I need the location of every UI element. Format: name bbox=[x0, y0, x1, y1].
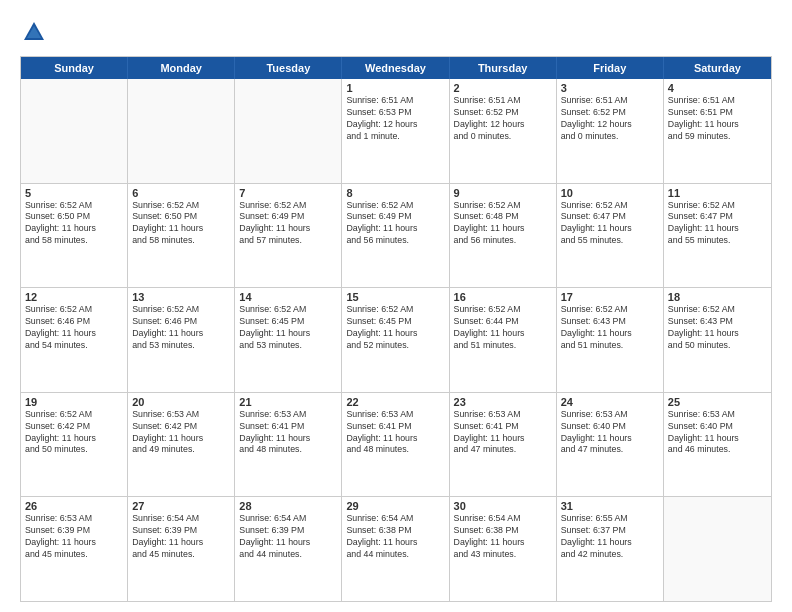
calendar-cell: 10Sunrise: 6:52 AMSunset: 6:47 PMDayligh… bbox=[557, 184, 664, 288]
cell-info-line: and 0 minutes. bbox=[561, 131, 659, 143]
cell-info-line: Daylight: 11 hours bbox=[239, 223, 337, 235]
cell-info-line: and 58 minutes. bbox=[25, 235, 123, 247]
cell-info-line: and 44 minutes. bbox=[239, 549, 337, 561]
cell-info-line: and 50 minutes. bbox=[25, 444, 123, 456]
cell-info-line: Daylight: 11 hours bbox=[561, 537, 659, 549]
weekday-header: Thursday bbox=[450, 57, 557, 79]
day-number: 19 bbox=[25, 396, 123, 408]
day-number: 18 bbox=[668, 291, 767, 303]
calendar-cell: 27Sunrise: 6:54 AMSunset: 6:39 PMDayligh… bbox=[128, 497, 235, 601]
cell-info-line: Daylight: 11 hours bbox=[132, 328, 230, 340]
cell-info-line: and 1 minute. bbox=[346, 131, 444, 143]
cell-info-line: Sunset: 6:38 PM bbox=[454, 525, 552, 537]
cell-info-line: Daylight: 11 hours bbox=[668, 223, 767, 235]
calendar-cell: 1Sunrise: 6:51 AMSunset: 6:53 PMDaylight… bbox=[342, 79, 449, 183]
calendar-cell: 30Sunrise: 6:54 AMSunset: 6:38 PMDayligh… bbox=[450, 497, 557, 601]
day-number: 2 bbox=[454, 82, 552, 94]
cell-info-line: and 46 minutes. bbox=[668, 444, 767, 456]
calendar-cell: 20Sunrise: 6:53 AMSunset: 6:42 PMDayligh… bbox=[128, 393, 235, 497]
cell-info-line: and 0 minutes. bbox=[454, 131, 552, 143]
cell-info-line: and 44 minutes. bbox=[346, 549, 444, 561]
day-number: 10 bbox=[561, 187, 659, 199]
cell-info-line: Sunset: 6:40 PM bbox=[668, 421, 767, 433]
day-number: 3 bbox=[561, 82, 659, 94]
weekday-header: Tuesday bbox=[235, 57, 342, 79]
cell-info-line: and 49 minutes. bbox=[132, 444, 230, 456]
cell-info-line: Sunrise: 6:54 AM bbox=[132, 513, 230, 525]
cell-info-line: and 53 minutes. bbox=[132, 340, 230, 352]
cell-info-line: Daylight: 11 hours bbox=[454, 537, 552, 549]
cell-info-line: and 42 minutes. bbox=[561, 549, 659, 561]
cell-info-line: Daylight: 11 hours bbox=[239, 433, 337, 445]
day-number: 22 bbox=[346, 396, 444, 408]
day-number: 5 bbox=[25, 187, 123, 199]
calendar-cell: 12Sunrise: 6:52 AMSunset: 6:46 PMDayligh… bbox=[21, 288, 128, 392]
cell-info-line: Daylight: 11 hours bbox=[668, 328, 767, 340]
cell-info-line: Sunset: 6:46 PM bbox=[132, 316, 230, 328]
cell-info-line: Daylight: 11 hours bbox=[454, 433, 552, 445]
day-number: 20 bbox=[132, 396, 230, 408]
calendar-cell: 29Sunrise: 6:54 AMSunset: 6:38 PMDayligh… bbox=[342, 497, 449, 601]
cell-info-line: Sunset: 6:41 PM bbox=[239, 421, 337, 433]
cell-info-line: Sunset: 6:41 PM bbox=[346, 421, 444, 433]
calendar-cell: 2Sunrise: 6:51 AMSunset: 6:52 PMDaylight… bbox=[450, 79, 557, 183]
calendar-cell: 3Sunrise: 6:51 AMSunset: 6:52 PMDaylight… bbox=[557, 79, 664, 183]
cell-info-line: Sunset: 6:41 PM bbox=[454, 421, 552, 433]
day-number: 7 bbox=[239, 187, 337, 199]
cell-info-line: Daylight: 11 hours bbox=[132, 223, 230, 235]
cell-info-line: Sunrise: 6:53 AM bbox=[25, 513, 123, 525]
cell-info-line: Sunset: 6:42 PM bbox=[25, 421, 123, 433]
calendar-cell: 28Sunrise: 6:54 AMSunset: 6:39 PMDayligh… bbox=[235, 497, 342, 601]
cell-info-line: and 55 minutes. bbox=[561, 235, 659, 247]
calendar-cell: 5Sunrise: 6:52 AMSunset: 6:50 PMDaylight… bbox=[21, 184, 128, 288]
cell-info-line: Sunset: 6:52 PM bbox=[561, 107, 659, 119]
cell-info-line: Sunset: 6:48 PM bbox=[454, 211, 552, 223]
day-number: 29 bbox=[346, 500, 444, 512]
calendar-cell: 23Sunrise: 6:53 AMSunset: 6:41 PMDayligh… bbox=[450, 393, 557, 497]
cell-info-line: Sunrise: 6:52 AM bbox=[346, 200, 444, 212]
cell-info-line: Sunset: 6:43 PM bbox=[668, 316, 767, 328]
day-number: 24 bbox=[561, 396, 659, 408]
cell-info-line: Sunrise: 6:51 AM bbox=[346, 95, 444, 107]
cell-info-line: Daylight: 11 hours bbox=[561, 433, 659, 445]
day-number: 4 bbox=[668, 82, 767, 94]
cell-info-line: Sunrise: 6:52 AM bbox=[454, 200, 552, 212]
calendar-cell: 8Sunrise: 6:52 AMSunset: 6:49 PMDaylight… bbox=[342, 184, 449, 288]
cell-info-line: Sunset: 6:50 PM bbox=[25, 211, 123, 223]
cell-info-line: Daylight: 11 hours bbox=[454, 223, 552, 235]
cell-info-line: Sunset: 6:43 PM bbox=[561, 316, 659, 328]
cell-info-line: Sunrise: 6:53 AM bbox=[239, 409, 337, 421]
cell-info-line: Sunrise: 6:51 AM bbox=[454, 95, 552, 107]
day-number: 21 bbox=[239, 396, 337, 408]
cell-info-line: Daylight: 11 hours bbox=[454, 328, 552, 340]
cell-info-line: Sunrise: 6:54 AM bbox=[239, 513, 337, 525]
weekday-header: Wednesday bbox=[342, 57, 449, 79]
calendar-page: SundayMondayTuesdayWednesdayThursdayFrid… bbox=[0, 0, 792, 612]
cell-info-line: and 50 minutes. bbox=[668, 340, 767, 352]
cell-info-line: Sunset: 6:50 PM bbox=[132, 211, 230, 223]
day-number: 26 bbox=[25, 500, 123, 512]
cell-info-line: Sunrise: 6:52 AM bbox=[25, 409, 123, 421]
day-number: 27 bbox=[132, 500, 230, 512]
cell-info-line: Daylight: 11 hours bbox=[132, 537, 230, 549]
weekday-header: Saturday bbox=[664, 57, 771, 79]
calendar-cell: 22Sunrise: 6:53 AMSunset: 6:41 PMDayligh… bbox=[342, 393, 449, 497]
cell-info-line: Daylight: 11 hours bbox=[561, 328, 659, 340]
cell-info-line: Daylight: 12 hours bbox=[561, 119, 659, 131]
calendar-cell: 21Sunrise: 6:53 AMSunset: 6:41 PMDayligh… bbox=[235, 393, 342, 497]
cell-info-line: and 58 minutes. bbox=[132, 235, 230, 247]
cell-info-line: and 53 minutes. bbox=[239, 340, 337, 352]
cell-info-line: Sunrise: 6:52 AM bbox=[25, 304, 123, 316]
cell-info-line: Daylight: 11 hours bbox=[346, 433, 444, 445]
cell-info-line: Sunrise: 6:52 AM bbox=[668, 200, 767, 212]
logo-icon bbox=[20, 18, 48, 46]
day-number: 17 bbox=[561, 291, 659, 303]
cell-info-line: Sunrise: 6:54 AM bbox=[346, 513, 444, 525]
calendar-row: 12Sunrise: 6:52 AMSunset: 6:46 PMDayligh… bbox=[21, 287, 771, 392]
day-number: 31 bbox=[561, 500, 659, 512]
cell-info-line: Sunrise: 6:52 AM bbox=[25, 200, 123, 212]
day-number: 14 bbox=[239, 291, 337, 303]
cell-info-line: Sunrise: 6:51 AM bbox=[561, 95, 659, 107]
cell-info-line: Sunset: 6:49 PM bbox=[239, 211, 337, 223]
calendar-cell bbox=[21, 79, 128, 183]
